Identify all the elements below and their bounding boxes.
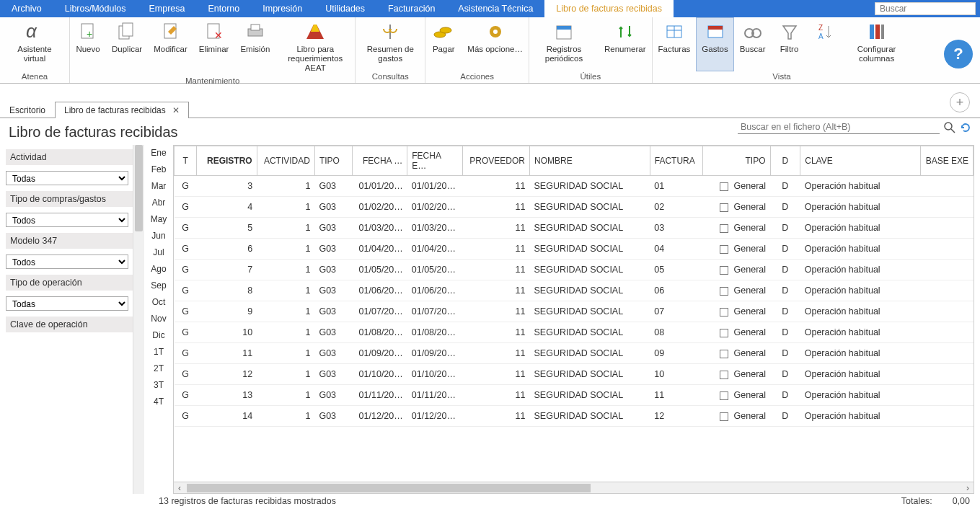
table-row[interactable]: G91G0301/07/20…01/07/20…11SEGURIDAD SOCI… — [175, 301, 974, 322]
month-ene[interactable]: Ene — [151, 148, 166, 158]
menu-facturacion[interactable]: Facturación — [376, 0, 446, 17]
filter-tipo-compras-select[interactable]: Todos — [6, 213, 128, 227]
search-icon[interactable] — [944, 122, 955, 133]
ordenar-button[interactable]: ZA — [808, 17, 842, 71]
renumerar-button[interactable]: Renumerar — [599, 17, 652, 71]
grid-scroll[interactable]: TREGISTROACTIVIDADTIPOFECHA …FECHA E…PRO… — [173, 145, 974, 482]
menu-libro-facturas[interactable]: Libro de facturas recibidas — [544, 0, 674, 17]
global-search-input[interactable] — [875, 2, 976, 15]
menu-asistencia[interactable]: Asistencia Técnica — [446, 0, 544, 17]
month-2t[interactable]: 2T — [154, 363, 164, 373]
modificar-button[interactable]: Modificar — [148, 17, 193, 76]
filter-modelo-select[interactable]: Todos — [6, 254, 128, 269]
add-button[interactable]: + — [950, 92, 970, 112]
month-jul[interactable]: Jul — [153, 247, 164, 257]
facturas-button[interactable]: Facturas — [653, 17, 697, 71]
table-row[interactable]: G31G0301/01/20…01/01/20…11SEGURIDAD SOCI… — [175, 176, 974, 197]
menu-utilidades[interactable]: Utilidades — [314, 0, 376, 17]
col-header-7[interactable]: NOMBRE — [530, 146, 650, 176]
table-row[interactable]: G51G0301/03/20…01/03/20…11SEGURIDAD SOCI… — [175, 218, 974, 239]
close-icon[interactable]: ✕ — [172, 105, 180, 115]
tab-libro-facturas[interactable]: Libro de facturas recibidas ✕ — [55, 102, 189, 118]
col-header-12[interactable]: BASE EXE — [920, 146, 973, 176]
month-1t[interactable]: 1T — [154, 347, 164, 357]
month-mar[interactable]: Mar — [151, 181, 167, 191]
col-header-6[interactable]: PROVEEDOR — [462, 146, 529, 176]
month-3t[interactable]: 3T — [154, 380, 164, 390]
table-row[interactable]: G101G0301/08/20…01/08/20…11SEGURIDAD SOC… — [175, 322, 974, 343]
month-sep[interactable]: Sep — [151, 280, 166, 291]
buscar-button[interactable]: Buscar — [734, 17, 772, 71]
checkbox-icon[interactable] — [720, 203, 728, 212]
table-row[interactable]: G71G0301/05/20…01/05/20…11SEGURIDAD SOCI… — [175, 260, 974, 280]
col-header-5[interactable]: FECHA E… — [407, 146, 462, 176]
month-4t[interactable]: 4T — [154, 397, 164, 407]
registros-button[interactable]: Registros periódicos — [529, 17, 599, 71]
table-row[interactable]: G41G0301/02/20…01/02/20…11SEGURIDAD SOCI… — [175, 197, 974, 218]
search-file-input[interactable] — [738, 120, 940, 134]
checkbox-icon[interactable] — [720, 266, 728, 275]
month-jun[interactable]: Jun — [151, 231, 165, 241]
col-header-8[interactable]: FACTURA — [650, 146, 702, 176]
menu-archivo[interactable]: Archivo — [0, 0, 53, 17]
refresh-icon[interactable] — [960, 122, 971, 133]
nuevo-button[interactable]: + Nuevo — [70, 17, 106, 76]
col-header-9[interactable]: TIPO — [702, 146, 770, 176]
scroll-left-icon[interactable]: ‹ — [174, 482, 185, 494]
table-row[interactable]: G121G0301/10/20…01/10/20…11SEGURIDAD SOC… — [175, 364, 974, 385]
table-row[interactable]: G61G0301/04/20…01/04/20…11SEGURIDAD SOCI… — [175, 239, 974, 260]
month-feb[interactable]: Feb — [151, 164, 167, 174]
checkbox-icon[interactable] — [720, 412, 728, 421]
pagar-button[interactable]: Pagar — [425, 17, 462, 71]
checkbox-icon[interactable] — [720, 245, 728, 254]
checkbox-icon[interactable] — [720, 329, 728, 337]
col-header-2[interactable]: ACTIVIDAD — [257, 146, 314, 176]
cell: G03 — [314, 406, 352, 427]
col-header-0[interactable]: T — [175, 146, 197, 176]
month-abr[interactable]: Abr — [152, 198, 166, 208]
menu-empresa[interactable]: Empresa — [137, 0, 196, 17]
sidebar-scrollbar[interactable] — [133, 145, 144, 494]
table-row[interactable]: G111G0301/09/20…01/09/20…11SEGURIDAD SOC… — [175, 343, 974, 364]
table-row[interactable]: G131G0301/11/20…01/11/20…11SEGURIDAD SOC… — [175, 385, 974, 406]
filter-tipo-op-select[interactable]: Todas — [6, 296, 128, 311]
month-may[interactable]: May — [151, 214, 167, 224]
mas-opciones-button[interactable]: Más opcione… — [462, 17, 529, 71]
horizontal-scrollbar[interactable]: ‹ › — [173, 482, 974, 494]
menu-libros[interactable]: Libros/Módulos — [53, 0, 138, 17]
table-row[interactable]: G141G0301/12/20…01/12/20…11SEGURIDAD SOC… — [175, 406, 974, 427]
col-header-4[interactable]: FECHA … — [353, 146, 407, 176]
month-oct[interactable]: Oct — [152, 297, 166, 307]
filter-actividad-select[interactable]: Todas — [6, 171, 128, 185]
menu-impresion[interactable]: Impresión — [251, 0, 314, 17]
eliminar-button[interactable]: ✕ Eliminar — [193, 17, 235, 76]
funnel-icon — [778, 20, 801, 43]
asistente-button[interactable]: α Asistente virtual — [0, 17, 69, 71]
col-header-3[interactable]: TIPO — [314, 146, 352, 176]
month-nov[interactable]: Nov — [151, 314, 166, 324]
col-header-10[interactable]: D — [770, 146, 800, 176]
resumen-button[interactable]: Resumen de gastos — [356, 17, 425, 71]
filtro-button[interactable]: Filtro — [772, 17, 808, 71]
scroll-right-icon[interactable]: › — [962, 482, 974, 494]
emision-button[interactable]: Emisión — [234, 17, 275, 76]
month-ago[interactable]: Ago — [151, 264, 166, 274]
checkbox-icon[interactable] — [720, 391, 728, 400]
checkbox-icon[interactable] — [720, 287, 728, 296]
checkbox-icon[interactable] — [720, 350, 728, 358]
help-button[interactable]: ? — [944, 40, 973, 68]
gastos-button[interactable]: Gastos — [696, 17, 733, 71]
libro-aeat-button[interactable]: Libro para requerimientos AEAT — [275, 17, 355, 76]
duplicar-button[interactable]: Duplicar — [106, 17, 148, 76]
col-header-11[interactable]: CLAVE — [800, 146, 921, 176]
table-row[interactable]: G81G0301/06/20…01/06/20…11SEGURIDAD SOCI… — [175, 280, 974, 301]
month-dic[interactable]: Dic — [152, 330, 164, 340]
checkbox-icon[interactable] — [720, 224, 728, 233]
checkbox-icon[interactable] — [720, 182, 728, 191]
checkbox-icon[interactable] — [720, 308, 728, 317]
tab-escritorio[interactable]: Escritorio — [0, 102, 55, 118]
configurar-button[interactable]: Configurar columnas — [842, 17, 911, 71]
menu-entorno[interactable]: Entorno — [196, 0, 251, 17]
col-header-1[interactable]: REGISTRO — [197, 146, 257, 176]
checkbox-icon[interactable] — [720, 371, 728, 379]
